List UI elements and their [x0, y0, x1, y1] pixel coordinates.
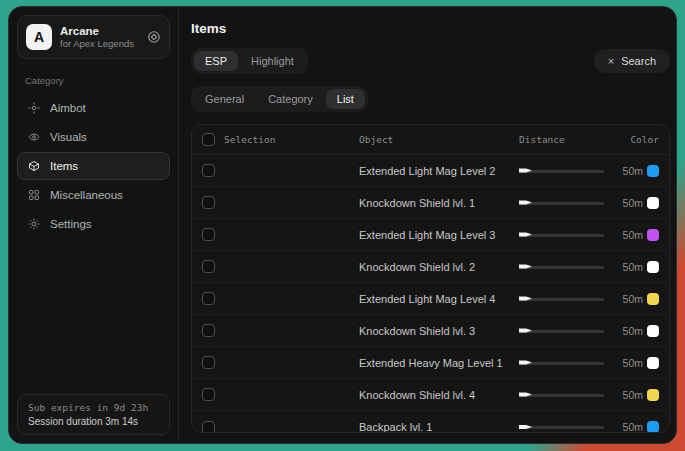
distance-slider[interactable] — [519, 389, 604, 401]
color-swatch[interactable] — [647, 389, 659, 401]
distance-slider[interactable] — [519, 229, 604, 241]
column-header-object: Object — [359, 134, 519, 145]
distance-value: 50m — [604, 229, 647, 241]
slider-handle[interactable] — [519, 424, 532, 430]
distance-slider[interactable] — [519, 357, 604, 369]
category-section-label: Category — [25, 75, 170, 86]
sidebar-item-label: Aimbot — [50, 102, 86, 114]
tab-esp[interactable]: ESP — [194, 51, 238, 71]
color-swatch[interactable] — [647, 357, 659, 369]
distance-value: 50m — [604, 261, 647, 273]
column-header-selection: Selection — [215, 134, 359, 145]
row-checkbox[interactable] — [202, 260, 215, 273]
slider-handle[interactable] — [519, 168, 532, 174]
object-name: Knockdown Shield lvl. 3 — [359, 325, 519, 337]
search-button[interactable]: × Search — [594, 49, 670, 73]
view-tab-row: General Category List — [191, 86, 670, 112]
eye-icon — [28, 131, 40, 143]
sidebar-item-settings[interactable]: Settings — [17, 210, 170, 238]
table-row: Extended Heavy Mag Level 1 50m — [192, 347, 669, 379]
slider-handle[interactable] — [519, 232, 532, 238]
object-name: Backpack lvl. 1 — [359, 421, 519, 433]
table-row: Extended Light Mag Level 3 50m — [192, 219, 669, 251]
app-header: A Arcane for Apex Legends — [17, 15, 170, 59]
color-swatch[interactable] — [647, 197, 659, 209]
row-checkbox[interactable] — [202, 356, 215, 369]
sidebar-item-visuals[interactable]: Visuals — [17, 123, 170, 151]
subscription-info-card: Sub expires in 9d 23h Session duration 3… — [17, 394, 170, 435]
slider-handle[interactable] — [519, 360, 532, 366]
slider-handle[interactable] — [519, 264, 532, 270]
slider-handle[interactable] — [519, 392, 532, 398]
sidebar-nav: Aimbot Visuals Items — [17, 94, 170, 238]
view-tab-group: General Category List — [191, 86, 368, 112]
color-swatch[interactable] — [647, 325, 659, 337]
distance-slider[interactable] — [519, 197, 604, 209]
sidebar-item-items[interactable]: Items — [17, 152, 170, 180]
main-content: Items ESP Highlight × Search General Cat… — [179, 7, 677, 443]
distance-slider[interactable] — [519, 261, 604, 273]
object-name: Extended Light Mag Level 4 — [359, 293, 519, 305]
tab-general[interactable]: General — [194, 89, 255, 109]
slider-handle[interactable] — [519, 328, 532, 334]
object-name: Knockdown Shield lvl. 1 — [359, 197, 519, 209]
package-icon — [28, 160, 40, 172]
sub-expires-text: Sub expires in 9d 23h — [28, 402, 159, 413]
tab-highlight[interactable]: Highlight — [240, 51, 305, 71]
color-swatch[interactable] — [647, 165, 659, 177]
row-checkbox[interactable] — [202, 196, 215, 209]
distance-slider[interactable] — [519, 293, 604, 305]
column-header-distance: Distance — [519, 134, 604, 145]
app-logo: A — [26, 24, 52, 50]
compass-badge-icon[interactable] — [147, 30, 161, 44]
color-swatch[interactable] — [647, 293, 659, 305]
x-icon: × — [608, 56, 614, 67]
sidebar-item-label: Settings — [50, 218, 92, 230]
search-button-label: Search — [621, 55, 656, 67]
color-swatch[interactable] — [647, 229, 659, 241]
tab-category[interactable]: Category — [257, 89, 324, 109]
row-checkbox[interactable] — [202, 164, 215, 177]
slider-handle[interactable] — [519, 296, 532, 302]
slider-handle[interactable] — [519, 200, 532, 206]
grid-icon — [28, 189, 40, 201]
row-checkbox[interactable] — [202, 324, 215, 337]
color-swatch[interactable] — [647, 421, 659, 433]
sidebar-item-miscellaneous[interactable]: Miscellaneous — [17, 181, 170, 209]
color-swatch[interactable] — [647, 261, 659, 273]
sidebar-item-label: Items — [50, 160, 78, 172]
tab-list[interactable]: List — [326, 89, 365, 109]
object-name: Extended Heavy Mag Level 1 — [359, 357, 519, 369]
distance-slider[interactable] — [519, 325, 604, 337]
crosshair-icon — [28, 102, 40, 114]
page-title: Items — [191, 21, 670, 36]
table-row: Extended Light Mag Level 4 50m — [192, 283, 669, 315]
app-title: Arcane — [60, 25, 139, 37]
sidebar: A Arcane for Apex Legends Category Aimbo… — [9, 7, 179, 443]
sidebar-item-aimbot[interactable]: Aimbot — [17, 94, 170, 122]
object-name: Knockdown Shield lvl. 2 — [359, 261, 519, 273]
row-checkbox[interactable] — [202, 421, 215, 434]
row-checkbox[interactable] — [202, 388, 215, 401]
row-checkbox[interactable] — [202, 228, 215, 241]
distance-value: 50m — [604, 389, 647, 401]
object-name: Knockdown Shield lvl. 4 — [359, 389, 519, 401]
table-row: Knockdown Shield lvl. 2 50m — [192, 251, 669, 283]
session-duration-text: Session duration 3m 14s — [28, 416, 159, 427]
distance-slider[interactable] — [519, 165, 604, 177]
table-row: Knockdown Shield lvl. 4 50m — [192, 379, 669, 411]
distance-value: 50m — [604, 421, 647, 433]
distance-value: 50m — [604, 325, 647, 337]
column-header-color: Color — [630, 134, 659, 145]
select-all-checkbox[interactable] — [202, 133, 215, 146]
sidebar-item-label: Miscellaneous — [50, 189, 123, 201]
sidebar-item-label: Visuals — [50, 131, 87, 143]
distance-value: 50m — [604, 197, 647, 209]
row-checkbox[interactable] — [202, 292, 215, 305]
object-name: Extended Light Mag Level 3 — [359, 229, 519, 241]
distance-slider[interactable] — [519, 421, 604, 433]
app-subtitle: for Apex Legends — [60, 38, 139, 49]
table-header: Selection Object Distance Color — [192, 125, 669, 155]
gear-icon — [28, 218, 40, 230]
table-row: Knockdown Shield lvl. 1 50m — [192, 187, 669, 219]
